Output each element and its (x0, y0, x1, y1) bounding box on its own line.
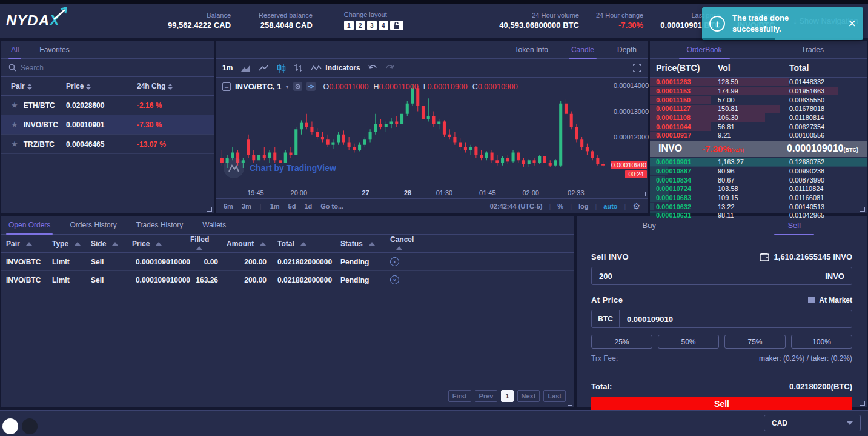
tab-depth[interactable]: Depth (615, 41, 639, 58)
tab-trades[interactable]: Trades (758, 41, 867, 58)
col-amount[interactable]: Amount (218, 240, 267, 248)
page-last[interactable]: Last (543, 390, 566, 402)
tab-token-info[interactable]: Token Info (512, 41, 551, 58)
pair-row[interactable]: ★ETH/BTC0.02028600-2.16 % (1, 96, 214, 115)
star-icon[interactable]: ★ (11, 139, 18, 149)
percent-button-100[interactable]: 100% (791, 335, 852, 349)
layout-button-2[interactable]: 2 (356, 21, 365, 30)
interval-button[interactable]: 1m (222, 64, 233, 72)
lock-icon[interactable] (390, 21, 403, 30)
col-type[interactable]: Type (52, 240, 91, 248)
tab-all[interactable]: All (8, 41, 21, 58)
currency-select[interactable]: CAD (764, 415, 861, 431)
resize-handle[interactable] (207, 207, 212, 212)
bid-row[interactable]: 0.0001083480.670.00873990 (650, 175, 867, 184)
settings-icon[interactable] (306, 82, 316, 91)
area-chart-icon[interactable] (240, 64, 251, 72)
percent-button-50[interactable]: 50% (658, 335, 719, 349)
col-price[interactable]: Price (130, 240, 190, 248)
bid-row[interactable]: 0.0001063213.220.00140513 (650, 202, 867, 211)
page-next[interactable]: Next (517, 390, 540, 402)
bid-row[interactable]: 0.00010724103.580.01110824 (650, 184, 867, 193)
tab-orderbook[interactable]: OrderBook (650, 41, 758, 58)
clock-label[interactable]: 02:42:44 (UTC-5) (490, 203, 543, 210)
page-1[interactable]: 1 (501, 390, 513, 402)
bar-chart-icon[interactable] (294, 64, 303, 72)
bid-row[interactable]: 0.00010683109.150.01166081 (650, 193, 867, 203)
time-axis[interactable]: 19:4520:00272801:3001:4502:0002:33 (216, 187, 609, 198)
bid-row[interactable]: 0.0001088790.960.00990238 (650, 167, 867, 176)
log-scale-button[interactable]: log (578, 203, 589, 210)
range-5d[interactable]: 5d (288, 203, 296, 210)
star-icon[interactable]: ★ (11, 120, 18, 129)
amount-input[interactable] (599, 272, 825, 281)
range-1m[interactable]: 1m (270, 203, 280, 210)
pair-row[interactable]: ★TRZ/BTC0.00046465-13.07 % (1, 135, 214, 154)
layout-button-4[interactable]: 4 (379, 21, 388, 30)
redo-icon[interactable] (385, 64, 394, 72)
layout-button-1[interactable]: 1 (344, 21, 354, 30)
toast-close-icon[interactable]: × (848, 17, 856, 30)
col-pair[interactable]: Pair (1, 240, 52, 248)
ask-row[interactable]: 0.00011127150.810.01678018 (650, 104, 867, 113)
price-input[interactable] (620, 315, 852, 324)
col-total[interactable]: Total (267, 240, 328, 248)
balance-button[interactable]: 1,610.21655145 INVO (760, 252, 852, 261)
cancel-order-icon[interactable]: × (390, 275, 399, 284)
tab-candle[interactable]: Candle (569, 41, 597, 58)
col-cancel[interactable]: Cancel (378, 235, 425, 252)
percent-button-25[interactable]: 25% (591, 335, 652, 349)
percent-button-75[interactable]: 75% (724, 335, 786, 349)
tab-trades-history[interactable]: Trades History (134, 216, 186, 234)
bid-row[interactable]: 0.000109011,163.270.12680752 (650, 158, 867, 167)
tab-orders-history[interactable]: Orders History (67, 216, 119, 234)
pair-row[interactable]: ★INVO/BTC0.00010901-7.30 % (1, 115, 214, 135)
col-pair[interactable]: Pair (1, 82, 66, 90)
theme-light-button[interactable] (2, 418, 18, 434)
ask-row[interactable]: 0.00011263128.590.01448332 (650, 78, 867, 87)
collapse-icon[interactable]: – (222, 82, 231, 91)
goto-button[interactable]: Go to... (320, 203, 343, 210)
tab-open-orders[interactable]: Open Orders (6, 216, 53, 234)
fullscreen-icon[interactable] (633, 64, 641, 72)
undo-icon[interactable] (368, 64, 377, 72)
candlestick-plot[interactable]: Chart by TradingView (216, 78, 609, 187)
ask-row[interactable]: 0.000109179.210.00100556 (650, 131, 867, 140)
range-1d[interactable]: 1d (304, 203, 312, 210)
indicators-button[interactable]: Indicators (311, 64, 360, 72)
line-chart-icon[interactable] (259, 64, 269, 72)
page-prev[interactable]: Prev (475, 390, 498, 402)
candle-chart-icon[interactable] (277, 64, 286, 73)
gear-icon[interactable]: ⚙ (632, 201, 640, 211)
tab-favorites[interactable]: Favorites (37, 41, 71, 58)
range-6m[interactable]: 6m (224, 203, 233, 210)
auto-scale-button[interactable]: auto (603, 203, 617, 210)
col-filled[interactable]: Filled (190, 235, 218, 252)
percent-scale-button[interactable]: % (557, 203, 563, 210)
theme-dark-button[interactable] (22, 418, 38, 434)
at-market-checkbox[interactable] (808, 297, 815, 303)
ask-row[interactable]: 0.0001104456.810.00627354 (650, 122, 867, 131)
search-input[interactable] (21, 64, 142, 72)
sell-button[interactable]: Sell (591, 397, 852, 411)
bid-row[interactable]: 0.0001063198.110.01042965 (650, 211, 867, 220)
ask-row[interactable]: 0.0001115057.000.00635550 (650, 95, 867, 104)
col-side[interactable]: Side (91, 240, 130, 248)
resize-handle[interactable] (641, 192, 646, 196)
range-3m[interactable]: 3m (242, 203, 251, 210)
star-icon[interactable]: ★ (11, 101, 18, 110)
resize-handle[interactable] (568, 401, 572, 406)
page-first[interactable]: First (448, 390, 471, 402)
chevron-down-icon[interactable]: ▾ (286, 83, 289, 90)
price-scale[interactable]: 0.000140000.000130000.000120000.00010900… (610, 78, 648, 187)
tab-wallets[interactable]: Wallets (200, 216, 228, 234)
resize-handle[interactable] (860, 401, 865, 406)
layout-button-3[interactable]: 3 (367, 21, 377, 30)
ask-row[interactable]: 0.00011153174.990.01951663 (650, 87, 867, 96)
ask-row[interactable]: 0.00011108106.300.01180814 (650, 113, 867, 122)
cancel-order-icon[interactable]: × (390, 257, 399, 266)
col-price[interactable]: Price (66, 82, 137, 90)
col-status[interactable]: Status (328, 240, 378, 248)
style-icon[interactable] (293, 82, 302, 91)
col-change[interactable]: 24h Chg (137, 82, 204, 90)
